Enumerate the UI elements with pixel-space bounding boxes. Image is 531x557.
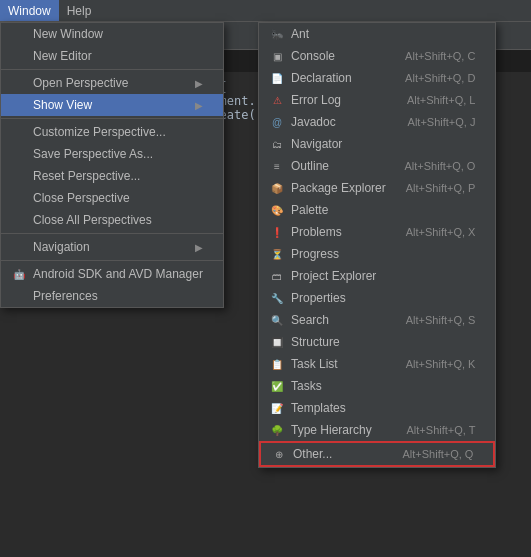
show-view-arrow: ▶ — [195, 100, 203, 111]
navigator-icon: 🗂 — [269, 136, 285, 152]
properties-icon: 🔧 — [269, 290, 285, 306]
view-other[interactable]: ⊕ Other... Alt+Shift+Q, Q — [259, 441, 495, 467]
menu-close-perspective[interactable]: Close Perspective — [1, 187, 223, 209]
progress-icon: ⏳ — [269, 246, 285, 262]
view-palette[interactable]: 🎨 Palette — [259, 199, 495, 221]
navigation-icon — [11, 239, 27, 255]
type-hierarchy-icon: 🌳 — [269, 422, 285, 438]
task-list-icon: 📋 — [269, 356, 285, 372]
android-icon: 🤖 — [11, 266, 27, 282]
menu-open-perspective[interactable]: Open Perspective ▶ — [1, 72, 223, 94]
close-all-icon — [11, 212, 27, 228]
declaration-icon: 📄 — [269, 70, 285, 86]
menu-preferences[interactable]: Preferences — [1, 285, 223, 307]
sep-1 — [1, 69, 223, 70]
problems-icon: ❗ — [269, 224, 285, 240]
open-perspective-arrow: ▶ — [195, 78, 203, 89]
menu-android-sdk[interactable]: 🤖Android SDK and AVD Manager — [1, 263, 223, 285]
close-perspective-icon — [11, 190, 27, 206]
view-package-explorer[interactable]: 📦 Package Explorer Alt+Shift+Q, P — [259, 177, 495, 199]
view-console[interactable]: ▣ Console Alt+Shift+Q, C — [259, 45, 495, 67]
task-list-shortcut: Alt+Shift+Q, K — [406, 358, 476, 370]
type-hierarchy-shortcut: Alt+Shift+Q, T — [407, 424, 476, 436]
package-explorer-icon: 📦 — [269, 180, 285, 196]
view-progress[interactable]: ⏳ Progress — [259, 243, 495, 265]
view-project-explorer[interactable]: 🗃 Project Explorer — [259, 265, 495, 287]
other-shortcut: Alt+Shift+Q, Q — [403, 448, 474, 460]
menu-customize-perspective[interactable]: Customize Perspective... — [1, 121, 223, 143]
save-perspective-icon — [11, 146, 27, 162]
open-perspective-icon — [11, 75, 27, 91]
menu-save-perspective[interactable]: Save Perspective As... — [1, 143, 223, 165]
console-shortcut: Alt+Shift+Q, C — [405, 50, 475, 62]
new-window-icon — [11, 26, 27, 42]
view-type-hierarchy[interactable]: 🌳 Type Hierarchy Alt+Shift+Q, T — [259, 419, 495, 441]
javadoc-shortcut: Alt+Shift+Q, J — [408, 116, 476, 128]
showview-submenu: 🐜 Ant ▣ Console Alt+Shift+Q, C 📄 Declara… — [258, 22, 496, 468]
menubar-window[interactable]: Window — [0, 0, 59, 21]
reset-perspective-icon — [11, 168, 27, 184]
ant-icon: 🐜 — [269, 26, 285, 42]
menubar: Window Help — [0, 0, 531, 22]
tasks-icon: ✅ — [269, 378, 285, 394]
menu-show-view[interactable]: Show View ▶ — [1, 94, 223, 116]
show-view-icon — [11, 97, 27, 113]
search-icon: 🔍 — [269, 312, 285, 328]
view-structure[interactable]: 🔲 Structure — [259, 331, 495, 353]
other-icon: ⊕ — [271, 446, 287, 462]
customize-icon — [11, 124, 27, 140]
view-javadoc[interactable]: @ Javadoc Alt+Shift+Q, J — [259, 111, 495, 133]
sep-2 — [1, 118, 223, 119]
error-log-shortcut: Alt+Shift+Q, L — [407, 94, 475, 106]
preferences-icon — [11, 288, 27, 304]
view-properties[interactable]: 🔧 Properties — [259, 287, 495, 309]
view-ant[interactable]: 🐜 Ant — [259, 23, 495, 45]
view-task-list[interactable]: 📋 Task List Alt+Shift+Q, K — [259, 353, 495, 375]
search-shortcut: Alt+Shift+Q, S — [406, 314, 476, 326]
menu-new-window[interactable]: New Window — [1, 23, 223, 45]
window-dropdown: New Window New Editor Open Perspective ▶… — [0, 22, 224, 308]
problems-shortcut: Alt+Shift+Q, X — [406, 226, 476, 238]
menubar-help[interactable]: Help — [59, 0, 100, 21]
view-templates[interactable]: 📝 Templates — [259, 397, 495, 419]
javadoc-icon: @ — [269, 114, 285, 130]
navigation-arrow: ▶ — [195, 242, 203, 253]
structure-icon: 🔲 — [269, 334, 285, 350]
view-search[interactable]: 🔍 Search Alt+Shift+Q, S — [259, 309, 495, 331]
menu-close-all-perspectives[interactable]: Close All Perspectives — [1, 209, 223, 231]
sep-4 — [1, 260, 223, 261]
view-problems[interactable]: ❗ Problems Alt+Shift+Q, X — [259, 221, 495, 243]
view-tasks[interactable]: ✅ Tasks — [259, 375, 495, 397]
view-declaration[interactable]: 📄 Declaration Alt+Shift+Q, D — [259, 67, 495, 89]
project-explorer-icon: 🗃 — [269, 268, 285, 284]
sep-3 — [1, 233, 223, 234]
view-error-log[interactable]: ⚠ Error Log Alt+Shift+Q, L — [259, 89, 495, 111]
menu-reset-perspective[interactable]: Reset Perspective... — [1, 165, 223, 187]
view-outline[interactable]: ≡ Outline Alt+Shift+Q, O — [259, 155, 495, 177]
templates-icon: 📝 — [269, 400, 285, 416]
new-editor-icon — [11, 48, 27, 64]
menu-new-editor[interactable]: New Editor — [1, 45, 223, 67]
outline-icon: ≡ — [269, 158, 285, 174]
package-explorer-shortcut: Alt+Shift+Q, P — [406, 182, 476, 194]
outline-shortcut: Alt+Shift+Q, O — [405, 160, 476, 172]
menu-navigation[interactable]: Navigation ▶ — [1, 236, 223, 258]
console-icon: ▣ — [269, 48, 285, 64]
error-log-icon: ⚠ — [269, 92, 285, 108]
palette-icon: 🎨 — [269, 202, 285, 218]
declaration-shortcut: Alt+Shift+Q, D — [405, 72, 475, 84]
view-navigator[interactable]: 🗂 Navigator — [259, 133, 495, 155]
